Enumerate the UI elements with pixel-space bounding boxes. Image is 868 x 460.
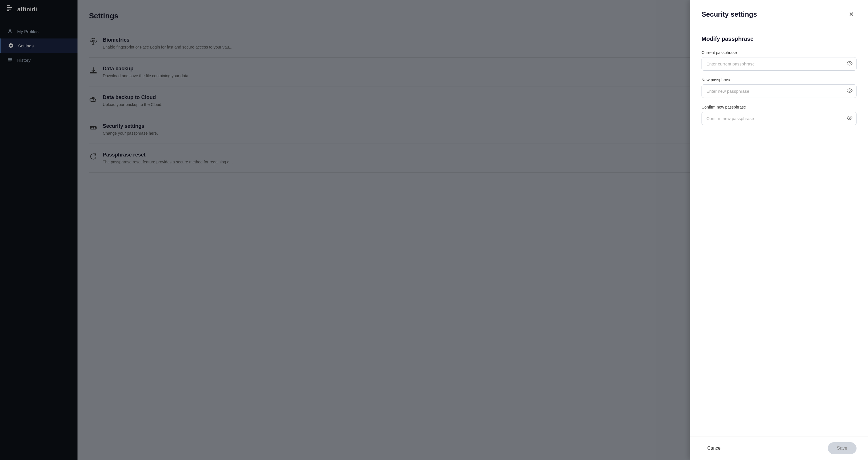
confirm-passphrase-group: Confirm new passphrase bbox=[702, 105, 857, 125]
new-passphrase-input[interactable] bbox=[702, 85, 857, 98]
cancel-button[interactable]: Cancel bbox=[702, 442, 727, 454]
panel-footer: Cancel Save bbox=[690, 436, 868, 460]
modify-passphrase-title: Modify passphrase bbox=[702, 36, 857, 42]
current-passphrase-label: Current passphrase bbox=[702, 50, 857, 55]
new-passphrase-toggle[interactable] bbox=[847, 88, 852, 95]
new-passphrase-group: New passphrase bbox=[702, 78, 857, 98]
current-passphrase-toggle[interactable] bbox=[847, 60, 852, 67]
close-button[interactable]: ✕ bbox=[846, 9, 857, 20]
panel-title: Security settings bbox=[702, 10, 757, 19]
new-passphrase-label: New passphrase bbox=[702, 78, 857, 82]
save-button[interactable]: Save bbox=[828, 442, 857, 454]
confirm-passphrase-toggle[interactable] bbox=[847, 115, 852, 122]
confirm-passphrase-wrapper bbox=[702, 112, 857, 125]
panel-body: Modify passphrase Current passphrase New… bbox=[690, 26, 868, 436]
confirm-passphrase-label: Confirm new passphrase bbox=[702, 105, 857, 110]
current-passphrase-group: Current passphrase bbox=[702, 50, 857, 71]
svg-point-14 bbox=[849, 63, 850, 64]
new-passphrase-wrapper bbox=[702, 85, 857, 98]
current-passphrase-wrapper bbox=[702, 57, 857, 71]
security-panel: Security settings ✕ Modify passphrase Cu… bbox=[690, 0, 868, 460]
svg-point-16 bbox=[849, 117, 850, 119]
panel-header: Security settings ✕ bbox=[690, 0, 868, 26]
confirm-passphrase-input[interactable] bbox=[702, 112, 857, 125]
current-passphrase-input[interactable] bbox=[702, 57, 857, 71]
svg-point-15 bbox=[849, 90, 850, 91]
